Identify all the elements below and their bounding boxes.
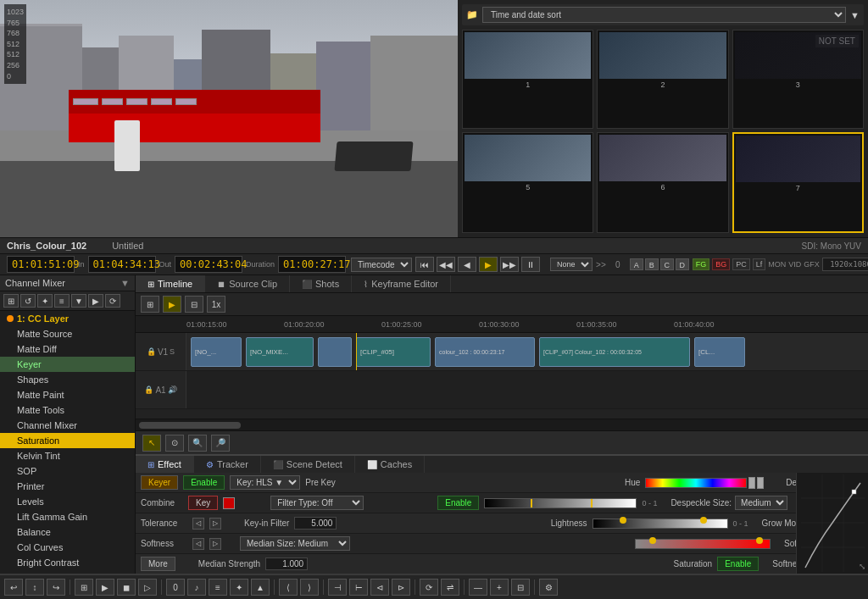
transport-play[interactable]: ▶	[479, 257, 498, 272]
sidebar-item-kelvin-tint[interactable]: Kelvin Tint	[0, 448, 135, 463]
saturation-gradient[interactable]	[635, 539, 771, 549]
curve-panel[interactable]: ⤡	[796, 473, 868, 574]
key-color-swatch[interactable]	[223, 497, 235, 509]
thumbnail-2[interactable]: 2	[597, 30, 728, 129]
transport-step-back[interactable]: ◀	[458, 257, 476, 272]
clip-v1-4[interactable]: [CLIP_#05]	[356, 337, 431, 367]
bottom-btn-stop[interactable]: ◼	[117, 579, 136, 596]
timecode-in[interactable]: 01:01:51:09	[7, 256, 75, 273]
bottom-btn-star[interactable]: ✦	[230, 579, 248, 596]
bottom-btn-step[interactable]: ▷	[138, 579, 157, 596]
sb-btn-1[interactable]: ⊞	[3, 294, 19, 308]
sidebar-item-matte-tools[interactable]: Matte Tools	[0, 402, 135, 418]
transport-step-fwd[interactable]: ▶▶	[500, 257, 519, 272]
tab-keyframe-editor[interactable]: ⌇ Keyframe Editor	[352, 275, 451, 292]
bottom-btn-list[interactable]: ≡	[209, 579, 227, 596]
bottom-btn-clip-out[interactable]: ⊳	[392, 579, 410, 596]
clip-v1-1[interactable]: [NO_...	[191, 337, 242, 367]
sidebar-item-levels[interactable]: Levels	[0, 494, 135, 509]
sb-btn-2[interactable]: ↺	[20, 294, 36, 308]
sidebar-item-matte-paint[interactable]: Matte Paint	[0, 387, 135, 402]
bottom-btn-settings[interactable]: ⚙	[539, 579, 558, 596]
btn-a[interactable]: A	[630, 258, 643, 270]
key-hls-select[interactable]: Key: HLS ▼	[230, 475, 300, 490]
bottom-btn-loop[interactable]: ⟳	[420, 579, 438, 596]
softness-arrow-left[interactable]: ◁	[192, 538, 204, 550]
sb-btn-7[interactable]: ⟳	[105, 294, 120, 308]
clip-v1-3[interactable]	[318, 337, 352, 367]
timeline-scrollbar[interactable]	[136, 419, 868, 430]
bottom-btn-redo[interactable]: ↪	[47, 579, 65, 596]
bottom-btn-clip-in[interactable]: ⊲	[370, 579, 389, 596]
bottom-btn-next[interactable]: ⟩	[300, 579, 319, 596]
sidebar-item-matte-source[interactable]: Matte Source	[0, 326, 135, 341]
bottom-btn-in[interactable]: ⊣	[328, 579, 347, 596]
tl-btn-add[interactable]: ⊞	[141, 296, 159, 313]
key-in-filter-value[interactable]	[294, 517, 337, 530]
bottom-btn-fit[interactable]: ⊟	[511, 579, 530, 596]
bottom-btn-prev[interactable]: ⟨	[279, 579, 298, 596]
thumbnail-6[interactable]: 6	[597, 132, 728, 233]
clip-v1-5[interactable]: colour_102 : 00:00:23:17	[435, 337, 535, 367]
transport-skip-back[interactable]: ⏮	[415, 257, 434, 272]
key-btn[interactable]: Key	[188, 496, 218, 510]
thumbnail-5[interactable]: 5	[462, 132, 593, 233]
enable-btn-lightness[interactable]: Enable	[437, 496, 479, 510]
median-strength-value[interactable]	[265, 557, 308, 570]
enable-btn-1[interactable]: Enable	[183, 475, 225, 490]
sb-btn-3[interactable]: ✦	[37, 294, 53, 308]
sidebar-item-channel-mixer[interactable]: Channel Mixer	[0, 418, 135, 433]
tool-pointer[interactable]: ↖	[142, 435, 161, 452]
tab-source-clip[interactable]: ⏹ Source Clip	[205, 275, 290, 292]
enable-btn-saturation[interactable]: Enable	[717, 557, 759, 571]
curve-expand-btn[interactable]: ⤡	[859, 562, 865, 571]
more-btn[interactable]: More	[141, 557, 175, 571]
tolerance-arrow-right[interactable]: ▷	[209, 518, 221, 530]
bottom-btn-undo[interactable]: ↩	[4, 579, 23, 596]
sb-btn-6[interactable]: ▶	[88, 294, 103, 308]
sidebar-item-cc-layer[interactable]: 1: CC Layer	[0, 311, 135, 326]
bottom-btn-shuffle[interactable]: ⇌	[441, 579, 459, 596]
thumbnail-1[interactable]: 1	[462, 30, 593, 129]
sidebar-item-printer[interactable]: Printer	[0, 479, 135, 494]
sidebar-item-col-curves[interactable]: Col Curves	[0, 540, 135, 555]
tool-zoom-in[interactable]: 🔎	[211, 435, 230, 452]
sidebar-item-sop[interactable]: SOP	[0, 463, 135, 479]
transport-pause[interactable]: ⏸	[521, 257, 540, 272]
softness-arrow-right[interactable]: ▷	[209, 538, 221, 550]
timecode-position[interactable]: 01:00:27:17	[278, 256, 346, 273]
tool-zoom-out[interactable]: 🔍	[188, 435, 207, 452]
tolerance-arrow-left[interactable]: ◁	[192, 518, 204, 530]
sidebar-item-bright-contrast[interactable]: Bright Contrast	[0, 555, 135, 570]
lightness-gradient-2[interactable]	[593, 519, 728, 529]
scrollbar-thumb[interactable]	[139, 422, 241, 429]
sb-btn-5[interactable]: ▼	[71, 294, 86, 308]
bottom-btn-split[interactable]: ↕	[25, 579, 44, 596]
median-size-select[interactable]: Median Size: Medium	[240, 536, 350, 551]
timecode-mode-select[interactable]: Timecode	[351, 258, 412, 272]
effect-tab-effect[interactable]: ⊞ Effect	[136, 456, 194, 473]
filter-type-select[interactable]: Filter Type: Off	[270, 496, 364, 510]
tab-timeline[interactable]: ⊞ Timeline	[136, 275, 205, 292]
bottom-btn-out[interactable]: ⊢	[349, 579, 368, 596]
effect-tab-caches[interactable]: ⬜ Caches	[355, 456, 425, 473]
sidebar-item-matte-diff[interactable]: Matte Diff	[0, 341, 135, 357]
bottom-btn-0[interactable]: 0	[166, 579, 185, 596]
lightness-gradient[interactable]	[484, 498, 637, 508]
btn-d[interactable]: D	[676, 258, 689, 270]
clip-v1-2[interactable]: [NO_MIXE...	[246, 337, 314, 367]
transport-prev[interactable]: ◀◀	[437, 257, 455, 272]
sidebar-item-saturation[interactable]: Saturation	[0, 433, 135, 448]
effect-tab-scene-detect[interactable]: ⬛ Scene Detect	[261, 456, 355, 473]
timecode-duration[interactable]: 00:02:43:04	[175, 256, 242, 273]
despeckle-size-select[interactable]: Medium	[735, 496, 787, 510]
sidebar-item-balance[interactable]: Balance	[0, 524, 135, 540]
hue-handle-left[interactable]	[748, 477, 755, 489]
clip-v1-7[interactable]: [CL...	[694, 337, 745, 367]
btn-c[interactable]: C	[660, 258, 674, 270]
track-a1-content[interactable]	[186, 371, 868, 408]
sidebar-dropdown[interactable]: ▼	[120, 278, 130, 288]
bin-sort-select[interactable]: Time and date sort	[482, 7, 846, 23]
bottom-btn-zoom-out[interactable]: —	[469, 579, 487, 596]
hue-handle-right[interactable]	[757, 477, 764, 489]
